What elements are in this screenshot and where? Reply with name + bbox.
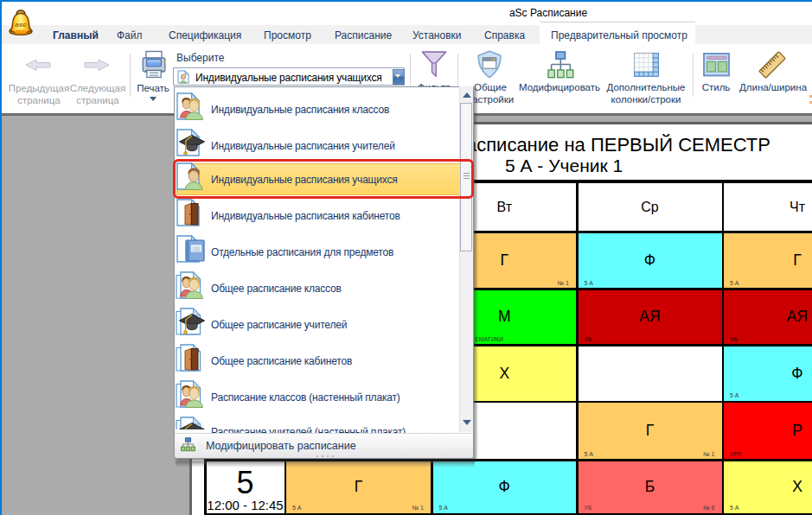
svg-text:asc: asc xyxy=(15,21,27,29)
